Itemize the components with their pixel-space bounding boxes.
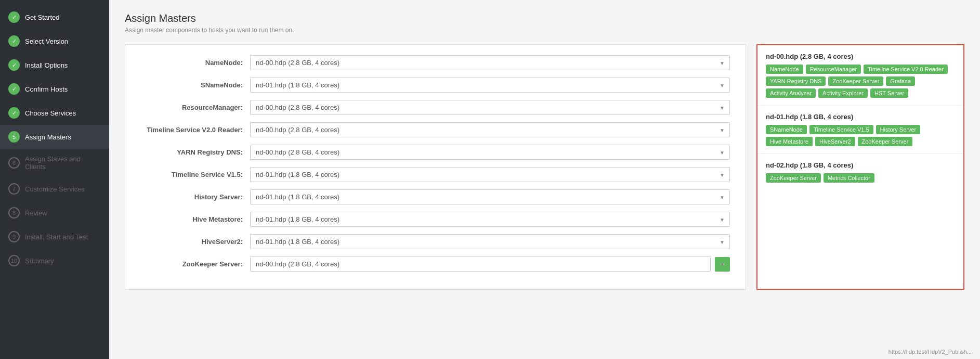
form-row-4: YARN Registry DNS:nd-00.hdp (2.8 GB, 4 c… xyxy=(141,145,730,160)
step-circle-install-options: ✓ xyxy=(8,59,20,71)
sidebar-label-customize-services: Customize Services xyxy=(25,185,85,193)
step-circle-customize-services: 7 xyxy=(8,183,20,195)
form-row-5: Timeline Service V1.5:nd-00.hdp (2.8 GB,… xyxy=(141,167,730,182)
sidebar-label-summary: Summary xyxy=(25,257,54,265)
form-row-3: Timeline Service V2.0 Reader:nd-00.hdp (… xyxy=(141,122,730,137)
host-select-6[interactable]: nd-00.hdp (2.8 GB, 4 cores)nd-01.hdp (1.… xyxy=(250,189,730,204)
main-content: Assign Masters Assign master components … xyxy=(109,0,980,359)
footer-link: https://hdp.test/HdpV2_Publish... xyxy=(888,349,972,355)
form-label-8: HiveServer2: xyxy=(141,238,250,246)
form-label-0: NameNode: xyxy=(141,59,250,67)
service-tag-1-1: Timeline Service V1.5 xyxy=(809,125,873,134)
sidebar-label-choose-services: Choose Services xyxy=(25,109,76,117)
service-tag-0-8: HST Server xyxy=(870,88,908,98)
form-panel: NameNode:nd-00.hdp (2.8 GB, 4 cores)nd-0… xyxy=(125,44,746,290)
sidebar-label-get-started: Get Started xyxy=(25,14,59,21)
form-label-2: ResourceManager: xyxy=(141,104,250,111)
content-area: NameNode:nd-00.hdp (2.8 GB, 4 cores)nd-0… xyxy=(125,44,964,290)
service-tag-0-6: Activity Analyzer xyxy=(766,88,816,98)
select-wrapper-0: nd-00.hdp (2.8 GB, 4 cores)nd-01.hdp (1.… xyxy=(250,55,730,70)
sidebar: ✓Get Started✓Select Version✓Install Opti… xyxy=(0,0,109,359)
sidebar-item-choose-services[interactable]: ✓Choose Services xyxy=(0,101,109,125)
host-select-1[interactable]: nd-00.hdp (2.8 GB, 4 cores)nd-01.hdp (1.… xyxy=(250,78,730,93)
step-circle-assign-slaves: 6 xyxy=(8,157,20,169)
host-block-0: nd-00.hdp (2.8 GB, 4 cores)NameNodeResou… xyxy=(757,45,963,106)
host-block-1: nd-01.hdp (1.8 GB, 4 cores)SNameNodeTime… xyxy=(757,106,963,154)
select-wrapper-4: nd-00.hdp (2.8 GB, 4 cores)nd-01.hdp (1.… xyxy=(250,145,730,160)
step-circle-review: 8 xyxy=(8,207,20,219)
service-tag-2-1: Metrics Collector xyxy=(824,173,874,183)
host-select-7[interactable]: nd-00.hdp (2.8 GB, 4 cores)nd-01.hdp (1.… xyxy=(250,212,730,227)
form-label-5: Timeline Service V1.5: xyxy=(141,171,250,178)
host-select-8[interactable]: nd-00.hdp (2.8 GB, 4 cores)nd-01.hdp (1.… xyxy=(250,234,730,249)
sidebar-item-install-start: 9Install, Start and Test xyxy=(0,225,109,249)
sidebar-item-assign-slaves: 6Assign Slaves and Clients xyxy=(0,149,109,177)
step-circle-summary: 10 xyxy=(8,255,20,266)
sidebar-label-assign-slaves: Assign Slaves and Clients xyxy=(25,155,101,171)
sidebar-label-review: Review xyxy=(25,209,47,217)
select-wrapper-2: nd-00.hdp (2.8 GB, 4 cores)nd-01.hdp (1.… xyxy=(250,100,730,115)
sidebar-label-install-start: Install, Start and Test xyxy=(25,233,88,241)
select-wrapper-5: nd-00.hdp (2.8 GB, 4 cores)nd-01.hdp (1.… xyxy=(250,167,730,182)
select-wrapper-6: nd-00.hdp (2.8 GB, 4 cores)nd-01.hdp (1.… xyxy=(250,189,730,204)
service-tag-2-0: ZooKeeper Server xyxy=(766,173,821,183)
service-tag-1-5: ZooKeeper Server xyxy=(858,137,913,146)
host-select-5[interactable]: nd-00.hdp (2.8 GB, 4 cores)nd-01.hdp (1.… xyxy=(250,167,730,182)
form-row-1: SNameNode:nd-00.hdp (2.8 GB, 4 cores)nd-… xyxy=(141,78,730,93)
step-circle-choose-services: ✓ xyxy=(8,107,20,119)
service-tag-1-2: History Server xyxy=(876,125,921,134)
service-tag-0-4: ZooKeeper Server xyxy=(828,76,883,86)
host-select-3[interactable]: nd-00.hdp (2.8 GB, 4 cores)nd-01.hdp (1.… xyxy=(250,122,730,137)
sidebar-item-get-started[interactable]: ✓Get Started xyxy=(0,5,109,29)
form-label-6: History Server: xyxy=(141,193,250,201)
service-tag-0-3: YARN Registry DNS xyxy=(766,76,826,86)
step-circle-confirm-hosts: ✓ xyxy=(8,83,20,95)
host-name-2: nd-02.hdp (1.8 GB, 4 cores) xyxy=(766,161,955,169)
form-label-7: Hive Metastore: xyxy=(141,215,250,223)
sidebar-item-review: 8Review xyxy=(0,201,109,225)
sidebar-item-assign-masters[interactable]: 5Assign Masters xyxy=(0,125,109,149)
step-circle-install-start: 9 xyxy=(8,231,20,242)
host-select-2[interactable]: nd-00.hdp (2.8 GB, 4 cores)nd-01.hdp (1.… xyxy=(250,100,730,115)
form-label-9: ZooKeeper Server: xyxy=(141,260,250,268)
form-row-8: HiveServer2:nd-00.hdp (2.8 GB, 4 cores)n… xyxy=(141,234,730,249)
select-wrapper-1: nd-00.hdp (2.8 GB, 4 cores)nd-01.hdp (1.… xyxy=(250,78,730,93)
sidebar-item-install-options[interactable]: ✓Install Options xyxy=(0,53,109,77)
host-select-0[interactable]: nd-00.hdp (2.8 GB, 4 cores)nd-01.hdp (1.… xyxy=(250,55,730,70)
service-tag-0-0: NameNode xyxy=(766,65,803,74)
host-summary-panel: nd-00.hdp (2.8 GB, 4 cores)NameNodeResou… xyxy=(756,44,964,290)
step-circle-select-version: ✓ xyxy=(8,35,20,47)
service-tag-1-4: HiveServer2 xyxy=(815,137,855,146)
service-tag-1-0: SNameNode xyxy=(766,125,807,134)
sidebar-label-install-options: Install Options xyxy=(25,61,68,69)
service-tag-0-5: Grafana xyxy=(886,76,915,86)
form-row-6: History Server:nd-00.hdp (2.8 GB, 4 core… xyxy=(141,189,730,204)
form-label-4: YARN Registry DNS: xyxy=(141,148,250,156)
sidebar-label-confirm-hosts: Confirm Hosts xyxy=(25,85,68,93)
host-select-4[interactable]: nd-00.hdp (2.8 GB, 4 cores)nd-01.hdp (1.… xyxy=(250,145,730,160)
select-wrapper-3: nd-00.hdp (2.8 GB, 4 cores)nd-01.hdp (1.… xyxy=(250,122,730,137)
select-wrapper-7: nd-00.hdp (2.8 GB, 4 cores)nd-01.hdp (1.… xyxy=(250,212,730,227)
tag-list-1: SNameNodeTimeline Service V1.5History Se… xyxy=(766,125,955,146)
tag-list-2: ZooKeeper ServerMetrics Collector xyxy=(766,173,955,183)
form-row-9: ZooKeeper Server:nd-00.hdp (2.8 GB, 4 co… xyxy=(141,257,730,272)
sidebar-item-select-version[interactable]: ✓Select Version xyxy=(0,29,109,53)
host-name-0: nd-00.hdp (2.8 GB, 4 cores) xyxy=(766,53,955,60)
form-label-1: SNameNode: xyxy=(141,81,250,89)
form-row-2: ResourceManager:nd-00.hdp (2.8 GB, 4 cor… xyxy=(141,100,730,115)
form-row-0: NameNode:nd-00.hdp (2.8 GB, 4 cores)nd-0… xyxy=(141,55,730,70)
host-select-9[interactable]: nd-00.hdp (2.8 GB, 4 cores)nd-01.hdp (1.… xyxy=(250,257,711,272)
sidebar-item-confirm-hosts[interactable]: ✓Confirm Hosts xyxy=(0,77,109,101)
remove-row-button-9[interactable]: − xyxy=(715,257,730,272)
sidebar-label-assign-masters: Assign Masters xyxy=(25,133,71,141)
page-title: Assign Masters xyxy=(125,12,964,24)
form-label-3: Timeline Service V2.0 Reader: xyxy=(141,126,250,134)
service-tag-1-3: Hive Metastore xyxy=(766,137,813,146)
sidebar-item-customize-services: 7Customize Services xyxy=(0,177,109,201)
service-tag-0-1: ResourceManager xyxy=(806,65,861,74)
tag-list-0: NameNodeResourceManagerTimeline Service … xyxy=(766,65,955,98)
step-circle-assign-masters: 5 xyxy=(8,131,20,143)
service-tag-0-2: Timeline Service V2.0 Reader xyxy=(864,65,948,74)
select-wrapper-8: nd-00.hdp (2.8 GB, 4 cores)nd-01.hdp (1.… xyxy=(250,234,730,249)
form-row-7: Hive Metastore:nd-00.hdp (2.8 GB, 4 core… xyxy=(141,212,730,227)
